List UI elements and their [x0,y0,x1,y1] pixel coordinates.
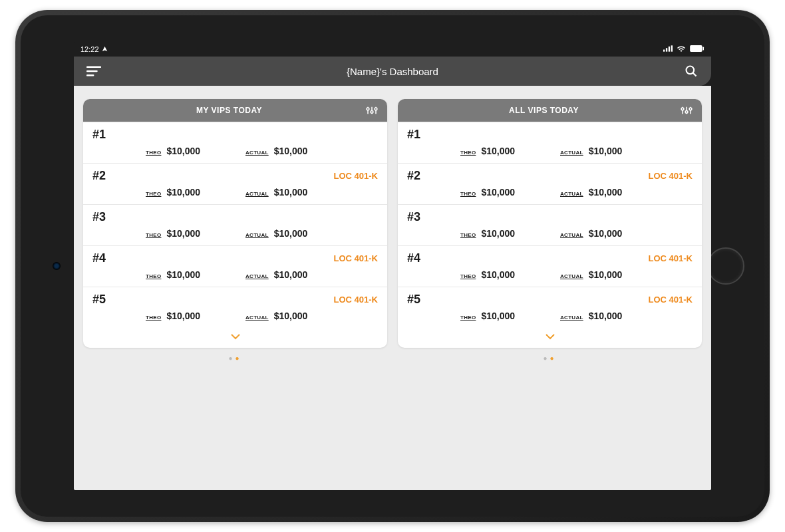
tablet-frame: 12:22 [15,10,770,522]
page-dot: ● [543,354,550,362]
expand-chevron-icon[interactable] [398,328,702,348]
rank: #4 [92,251,106,265]
rank: #1 [407,128,420,142]
theo-label: THEO [460,315,476,321]
panel-title: ALL VIPS TODAY [407,106,681,115]
rank: #2 [407,169,420,183]
location-badge: LOC 401-K [649,171,693,181]
actual-label: ACTUAL [245,273,269,279]
rank: #3 [407,210,420,224]
theo-value: $10,000 [166,146,200,156]
panel-header: MY VIPS TODAY [83,99,387,122]
theo-value: $10,000 [481,269,515,280]
actual-label: ACTUAL [245,191,269,197]
actual-value: $10,000 [274,269,308,280]
rank: #5 [407,293,420,307]
signal-icon [663,45,673,53]
panel-title: MY VIPS TODAY [92,106,366,115]
vip-row[interactable]: #2LOC 401-K THEO$10,000 ACTUAL$10,000 [398,163,702,204]
theo-label: THEO [460,150,476,156]
rank: #1 [92,128,106,142]
svg-point-20 [685,110,688,113]
actual-label: ACTUAL [560,150,583,156]
actual-label: ACTUAL [245,232,269,238]
expand-chevron-icon[interactable] [83,328,387,348]
status-right [663,45,705,53]
panel-header: ALL VIPS TODAY [398,99,702,122]
theo-label: THEO [146,232,161,238]
theo-label: THEO [460,191,476,197]
status-bar: 12:22 [74,42,711,57]
actual-label: ACTUAL [560,315,583,321]
theo-label: THEO [146,191,161,197]
battery-icon [690,45,705,53]
vip-row[interactable]: #2LOC 401-K THEO$10,000 ACTUAL$10,000 [83,163,387,204]
wifi-icon [677,45,686,53]
svg-point-12 [367,108,369,110]
location-badge: LOC 401-K [334,253,378,263]
svg-rect-2 [669,47,670,52]
actual-value: $10,000 [274,187,308,198]
theo-label: THEO [146,315,161,321]
svg-rect-4 [690,45,702,52]
filter-icon[interactable] [366,105,378,116]
vip-row[interactable]: #5LOC 401-K THEO$10,000 ACTUAL$10,000 [398,287,702,328]
theo-value: $10,000 [481,146,515,156]
tablet-bezel: 12:22 [21,15,764,517]
home-button[interactable] [707,247,744,285]
vip-row[interactable]: #3 THEO$10,000 ACTUAL$10,000 [83,204,387,245]
vip-row[interactable]: #3 THEO$10,000 ACTUAL$10,000 [398,204,702,245]
theo-value: $10,000 [166,269,200,280]
panel-my-vips: MY VIPS TODAY #1 [83,99,387,477]
actual-label: ACTUAL [560,232,583,238]
theo-value: $10,000 [166,228,200,239]
actual-label: ACTUAL [245,315,269,321]
page-indicator[interactable]: ●● [83,354,387,362]
svg-rect-5 [703,47,704,51]
page-dot-active: ● [236,354,242,362]
svg-point-22 [689,108,692,110]
search-icon[interactable] [682,62,701,80]
page-indicator[interactable]: ●● [398,354,702,362]
theo-value: $10,000 [166,311,200,321]
actual-value: $10,000 [274,311,308,321]
panel-card: ALL VIPS TODAY #1 [398,99,702,348]
vip-row[interactable]: #5LOC 401-K THEO$10,000 ACTUAL$10,000 [83,287,387,328]
page-dot-active: ● [550,354,557,362]
actual-label: ACTUAL [245,150,269,156]
svg-point-9 [687,66,695,74]
actual-value: $10,000 [589,311,623,321]
vip-row[interactable]: #1 THEO$10,000 ACTUAL$10,000 [398,122,702,163]
filter-icon[interactable] [681,105,693,116]
actual-label: ACTUAL [560,191,583,197]
actual-value: $10,000 [589,269,623,280]
rank: #4 [407,251,420,265]
theo-value: $10,000 [481,228,515,239]
actual-value: $10,000 [274,146,308,156]
actual-value: $10,000 [589,146,623,156]
location-badge: LOC 401-K [334,295,378,305]
vip-row[interactable]: #4LOC 401-K THEO$10,000 ACTUAL$10,000 [398,245,702,287]
page-dot: ● [228,354,235,362]
theo-value: $10,000 [166,187,200,198]
device-screen: 12:22 [74,42,711,490]
svg-point-18 [681,108,684,110]
svg-rect-3 [671,45,673,51]
location-badge: LOC 401-K [649,295,693,305]
camera-dot [53,262,61,270]
theo-label: THEO [460,232,476,238]
rank: #2 [92,169,106,183]
status-left: 12:22 [80,45,108,53]
rank: #3 [92,210,106,224]
vip-row[interactable]: #1 THEO$10,000 ACTUAL$10,000 [83,122,387,163]
actual-value: $10,000 [274,228,308,239]
svg-rect-0 [663,50,665,52]
vip-row[interactable]: #4LOC 401-K THEO$10,000 ACTUAL$10,000 [83,245,387,287]
location-badge: LOC 401-K [334,171,378,181]
actual-value: $10,000 [589,228,623,239]
svg-rect-1 [666,48,667,51]
actual-value: $10,000 [589,187,623,198]
dashboard-content: MY VIPS TODAY #1 [74,86,711,490]
menu-icon[interactable] [84,62,103,80]
theo-label: THEO [460,273,476,279]
